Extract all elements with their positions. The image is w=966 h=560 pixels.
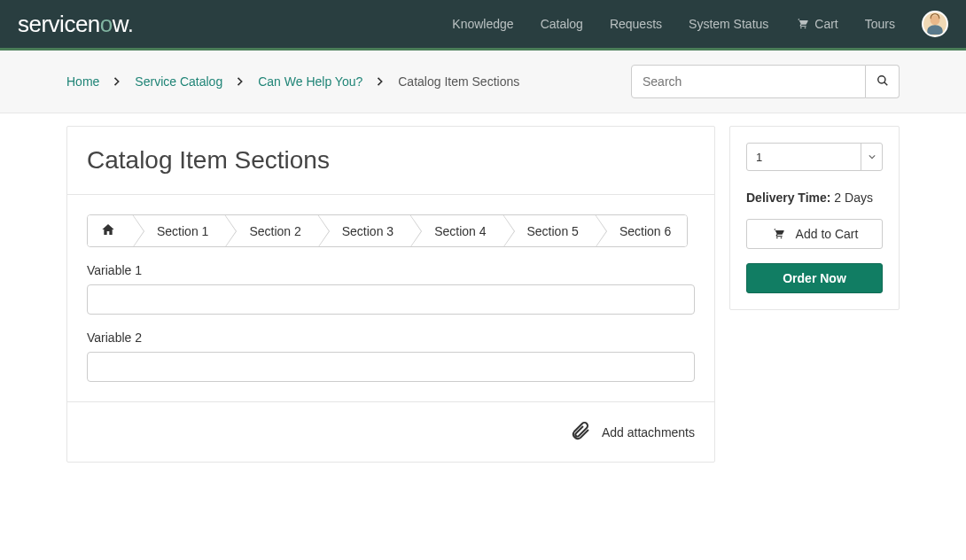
nav-system-status[interactable]: System Status — [689, 17, 768, 31]
svg-point-0 — [800, 27, 802, 28]
add-attachments-label: Add attachments — [602, 425, 695, 439]
add-to-cart-label: Add to Cart — [796, 227, 859, 241]
variable-1-input[interactable] — [87, 284, 695, 315]
nav-cart[interactable]: Cart — [795, 17, 837, 32]
top-nav: Knowledge Catalog Requests System Status… — [452, 11, 948, 37]
svg-point-5 — [776, 237, 778, 238]
caret-down-icon — [861, 144, 882, 170]
svg-point-6 — [780, 237, 782, 238]
delivery-value: 2 Days — [834, 191, 873, 205]
breadcrumb-current: Catalog Item Sections — [398, 74, 519, 89]
breadcrumb-home[interactable]: Home — [66, 74, 99, 89]
quantity-select[interactable]: 1 — [746, 143, 883, 171]
tab-section-6[interactable]: Section 6 — [595, 215, 687, 246]
breadcrumb-help[interactable]: Can We Help You? — [258, 74, 362, 89]
tab-section-3[interactable]: Section 3 — [317, 215, 409, 246]
add-attachments-button[interactable]: Add attachments — [570, 420, 695, 444]
subheader: Home Service Catalog Can We Help You? Ca… — [0, 51, 966, 113]
quantity-value: 1 — [756, 151, 762, 164]
nav-requests[interactable]: Requests — [610, 17, 662, 31]
tab-home[interactable] — [88, 215, 132, 246]
cart-icon — [771, 227, 785, 242]
nav-tours[interactable]: Tours — [865, 17, 895, 31]
tab-section-4[interactable]: Section 4 — [409, 215, 502, 246]
svg-point-1 — [805, 27, 806, 28]
nav-catalog[interactable]: Catalog — [541, 17, 583, 31]
chevron-right-icon — [113, 74, 121, 89]
tab-section-2[interactable]: Section 2 — [224, 215, 316, 246]
delivery-time: Delivery Time: 2 Days — [746, 191, 883, 205]
variable-2-input[interactable] — [87, 352, 695, 382]
order-sidebar: 1 Delivery Time: 2 Days Add to Cart Orde… — [729, 126, 900, 310]
chevron-right-icon — [377, 74, 384, 89]
cart-icon — [795, 17, 809, 32]
user-avatar[interactable] — [922, 11, 948, 37]
home-icon — [100, 222, 116, 239]
delivery-label: Delivery Time: — [746, 191, 830, 205]
search-input[interactable] — [631, 65, 866, 98]
tab-section-5[interactable]: Section 5 — [502, 215, 595, 246]
order-now-button[interactable]: Order Now — [746, 263, 883, 293]
catalog-item-card: Catalog Item Sections Section 1 Section … — [66, 126, 715, 463]
search-icon — [876, 74, 889, 89]
section-tabs: Section 1 Section 2 Section 3 Section 4 … — [87, 214, 688, 247]
page-title: Catalog Item Sections — [87, 146, 695, 175]
paperclip-icon — [570, 420, 591, 444]
breadcrumb-service-catalog[interactable]: Service Catalog — [135, 74, 222, 89]
tab-section-1[interactable]: Section 1 — [132, 215, 224, 246]
breadcrumb: Home Service Catalog Can We Help You? Ca… — [66, 74, 519, 89]
top-header: servicenow. Knowledge Catalog Requests S… — [0, 0, 966, 51]
svg-point-3 — [877, 75, 884, 82]
search-button[interactable] — [866, 65, 900, 98]
svg-line-4 — [884, 82, 887, 85]
variable-2-label: Variable 2 — [87, 331, 695, 345]
svg-point-2 — [931, 15, 940, 25]
chevron-right-icon — [237, 74, 244, 89]
add-to-cart-button[interactable]: Add to Cart — [746, 219, 883, 249]
search — [631, 65, 900, 98]
nav-knowledge[interactable]: Knowledge — [452, 17, 513, 31]
brand-logo[interactable]: servicenow. — [18, 11, 133, 38]
order-now-label: Order Now — [783, 271, 846, 285]
variable-1-label: Variable 1 — [87, 263, 695, 277]
